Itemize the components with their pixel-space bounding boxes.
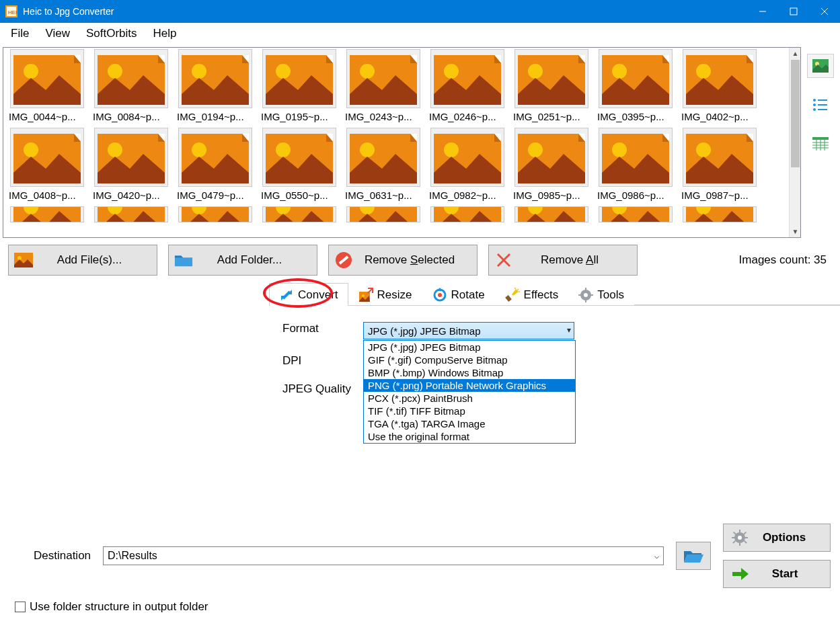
thumbnail-item[interactable]: IMG_0194~p...	[176, 49, 255, 126]
format-option[interactable]: PNG (*.png) Portable Network Graphics	[364, 379, 575, 392]
thumbnail-item[interactable]: IMG_0044~p...	[7, 49, 87, 126]
thumbnail-item[interactable]	[91, 206, 171, 222]
thumbnail-item[interactable]: IMG_0395~p...	[596, 49, 675, 126]
use-folder-checkbox[interactable]	[15, 602, 26, 612]
thumbnail-label: IMG_0420~p...	[91, 187, 171, 205]
thumbnail-item[interactable]: IMG_0195~p...	[260, 49, 339, 126]
scrollbar-up-icon[interactable]: ▲	[790, 48, 801, 59]
svg-rect-45	[744, 537, 748, 538]
menu-file[interactable]: File	[3, 24, 37, 43]
format-option[interactable]: BMP (*.bmp) Windows Bitmap	[364, 366, 575, 379]
svg-text:HEIC: HEIC	[8, 9, 17, 15]
folder-open-icon	[683, 548, 703, 563]
remove-selected-label: Remove Selected	[362, 253, 477, 267]
scrollbar-thumb[interactable]	[791, 60, 800, 167]
start-button[interactable]: Start	[723, 560, 831, 588]
tab-rotate-label: Rotate	[451, 288, 485, 302]
thumbnail-item[interactable]: IMG_0550~p...	[260, 128, 339, 205]
scrollbar-down-icon[interactable]: ▼	[790, 226, 801, 237]
format-combobox[interactable]: JPG (*.jpg) JPEG Bitmap ▾ JPG (*.jpg) JP…	[363, 322, 574, 339]
thumbnail-label: IMG_0246~p...	[428, 108, 507, 126]
browse-button[interactable]	[676, 542, 711, 570]
window-title: Heic to Jpg Converter	[23, 6, 114, 17]
thumbnail-item[interactable]	[428, 206, 507, 222]
view-thumbnails-button[interactable]	[807, 54, 834, 78]
thumbnail-image	[599, 128, 673, 187]
use-folder-label: Use folder structure in output folder	[30, 600, 208, 614]
thumbnail-grid: IMG_0044~p...IMG_0084~p...IMG_0194~p...I…	[7, 49, 789, 222]
tab-tools[interactable]: Tools	[568, 283, 634, 306]
thumbnail-item[interactable]: IMG_0243~p...	[344, 49, 423, 126]
thumbnail-image	[514, 49, 588, 108]
minimize-button[interactable]	[747, 0, 778, 23]
format-option[interactable]: JPG (*.jpg) JPEG Bitmap	[364, 341, 575, 354]
svg-rect-44	[732, 537, 735, 538]
thumbnail-label: IMG_0395~p...	[596, 108, 675, 126]
tab-convert[interactable]: Convert	[269, 283, 348, 306]
svg-point-32	[438, 293, 442, 297]
format-option[interactable]: GIF (*.gif) CompuServe Bitmap	[364, 354, 575, 366]
thumbnail-image	[514, 206, 588, 222]
svg-rect-49	[743, 532, 747, 535]
thumbnail-item[interactable]: IMG_0420~p...	[91, 128, 171, 205]
thumbnail-image	[10, 128, 84, 187]
format-dropdown[interactable]: JPG (*.jpg) JPEG BitmapGIF (*.gif) Compu…	[363, 340, 576, 444]
close-button[interactable]	[809, 0, 840, 23]
thumbnail-item[interactable]	[260, 206, 339, 222]
thumbnail-image	[683, 206, 757, 222]
view-details-button[interactable]	[807, 132, 834, 156]
destination-input[interactable]: D:\Results ⌵	[103, 546, 664, 565]
menu-help[interactable]: Help	[145, 24, 185, 43]
options-button[interactable]: Options	[723, 524, 831, 552]
thumbnail-label: IMG_0251~p...	[512, 108, 591, 126]
svg-rect-43	[739, 542, 740, 546]
thumbnail-label: IMG_0985~p...	[512, 187, 591, 205]
thumbnail-item[interactable]	[344, 206, 423, 222]
thumbnail-item[interactable]	[7, 206, 87, 222]
add-folder-button[interactable]: Add Folder...	[168, 245, 317, 276]
format-option[interactable]: TGA (*.tga) TARGA Image	[364, 417, 575, 430]
menu-softorbits[interactable]: SoftOrbits	[78, 24, 145, 43]
thumbnail-item[interactable]: IMG_0251~p...	[512, 49, 591, 126]
thumbnail-image	[514, 128, 588, 187]
add-files-button[interactable]: Add File(s)...	[8, 245, 157, 276]
thumbnail-item[interactable]: IMG_0986~p...	[596, 128, 675, 205]
thumbnail-item[interactable]: IMG_0987~p...	[680, 128, 759, 205]
thumbnail-image	[262, 206, 336, 222]
thumbnail-item[interactable]: IMG_0631~p...	[344, 128, 423, 205]
tab-effects[interactable]: Effects	[495, 283, 569, 306]
thumbnail-image	[430, 128, 504, 187]
thumbnail-item[interactable]: IMG_0246~p...	[428, 49, 507, 126]
thumbnail-image	[599, 49, 673, 108]
tab-resize[interactable]: Resize	[348, 283, 422, 306]
thumbnail-item[interactable]	[512, 206, 591, 222]
maximize-button[interactable]	[778, 0, 809, 23]
tab-resize-label: Resize	[377, 288, 412, 302]
thumbnail-item[interactable]: IMG_0084~p...	[91, 49, 171, 126]
scrollbar[interactable]: ▲ ▼	[789, 48, 800, 237]
thumbnail-item[interactable]: IMG_0408~p...	[7, 128, 87, 205]
thumbnail-item[interactable]: IMG_0479~p...	[176, 128, 255, 205]
format-option[interactable]: PCX (*.pcx) PaintBrush	[364, 392, 575, 405]
thumbnail-image	[430, 206, 504, 222]
menu-view[interactable]: View	[37, 24, 78, 43]
convert-icon	[279, 288, 294, 302]
view-list-button[interactable]	[807, 93, 834, 117]
thumbnail-item[interactable]	[176, 206, 255, 222]
remove-all-label: Remove All	[523, 253, 637, 267]
remove-all-button[interactable]: Remove All	[488, 245, 638, 276]
chevron-down-icon: ⌵	[654, 551, 659, 561]
thumbnail-item[interactable]: IMG_0402~p...	[680, 49, 759, 126]
remove-selected-button[interactable]: Remove Selected	[328, 245, 478, 276]
thumbnail-item[interactable]: IMG_0985~p...	[512, 128, 591, 205]
format-option[interactable]: Use the original format	[364, 430, 575, 443]
thumbnail-item[interactable]	[680, 206, 759, 222]
format-option[interactable]: TIF (*.tif) TIFF Bitmap	[364, 405, 575, 417]
thumbnail-item[interactable]	[596, 206, 675, 222]
tab-rotate[interactable]: Rotate	[422, 283, 495, 306]
thumbnail-image	[10, 206, 84, 222]
svg-rect-48	[732, 540, 736, 544]
options-label: Options	[757, 531, 830, 544]
thumbnail-item[interactable]: IMG_0982~p...	[428, 128, 507, 205]
thumbnail-label: IMG_0084~p...	[91, 108, 171, 126]
